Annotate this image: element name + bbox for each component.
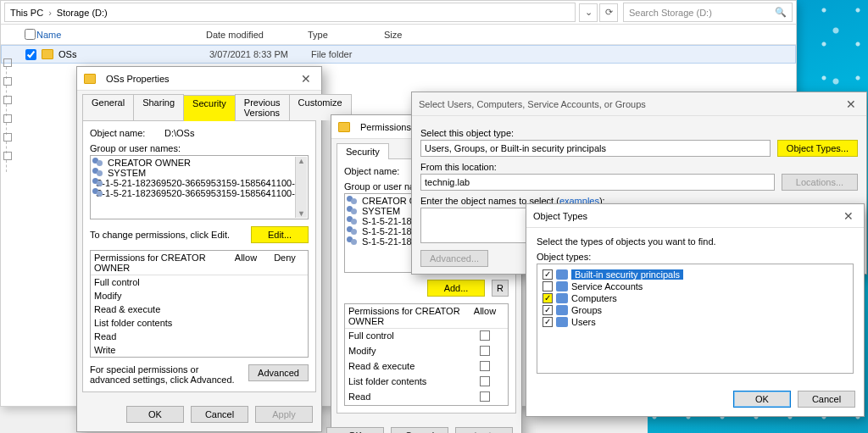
- list-item[interactable]: S-1-5-21-182369520-3665953159-1585641100…: [92, 178, 306, 188]
- object-types-titlebar[interactable]: Object Types ✕: [526, 204, 864, 228]
- object-types-tree[interactable]: ✓Built-in security principalsService Acc…: [537, 264, 854, 374]
- properties-titlebar[interactable]: OSs Properties ✕: [77, 67, 321, 91]
- history-dropdown[interactable]: ⌄: [579, 3, 598, 22]
- breadcrumb[interactable]: This PC › Storage (D:): [4, 3, 576, 22]
- col-size[interactable]: Size: [384, 30, 435, 40]
- object-name-label: Object name:: [344, 166, 412, 176]
- checkbox[interactable]: ✓: [542, 317, 553, 327]
- list-item[interactable]: CREATOR OWNER: [92, 158, 306, 168]
- ok-button[interactable]: OK: [126, 406, 184, 423]
- dialog-title: Object Types: [533, 211, 587, 221]
- permissions-table: Permissions for CREATOR OWNER Allow Full…: [344, 303, 509, 406]
- close-button[interactable]: ✕: [840, 209, 857, 223]
- object-types-dialog: Object Types ✕ Select the types of objec…: [526, 203, 865, 417]
- perm-for-label: Permissions for CREATOR OWNER: [94, 253, 226, 273]
- add-button[interactable]: Add...: [427, 280, 485, 297]
- scrollbar[interactable]: [295, 157, 307, 218]
- folder-icon: [42, 49, 53, 59]
- properties-dialog: OSs Properties ✕ General Sharing Securit…: [76, 66, 322, 432]
- object-types-button[interactable]: Object Types...: [777, 140, 858, 157]
- perm-row: Full control: [91, 275, 308, 289]
- users-icon: [347, 236, 359, 247]
- edit-button[interactable]: Edit...: [251, 226, 309, 243]
- object-type-field: Users, Groups, or Built-in security prin…: [420, 140, 771, 157]
- permissions-table: Permissions for CREATOR OWNER Allow Deny…: [90, 250, 309, 358]
- users-icon: [347, 226, 359, 236]
- col-type[interactable]: Type: [308, 30, 384, 40]
- cancel-button[interactable]: Cancel: [191, 406, 248, 423]
- col-name[interactable]: Name: [36, 30, 206, 40]
- tab-security[interactable]: Security: [337, 143, 389, 159]
- allow-checkbox[interactable]: [480, 361, 490, 371]
- cancel-button[interactable]: Cancel: [391, 427, 448, 433]
- object-type-item[interactable]: ✓Users: [542, 317, 848, 327]
- group-users-list[interactable]: CREATOR OWNER SYSTEM S-1-5-21-182369520-…: [90, 155, 309, 219]
- tab-sharing[interactable]: Sharing: [133, 94, 184, 120]
- breadcrumb-item[interactable]: Storage (D:): [57, 8, 108, 18]
- apply-button[interactable]: Apply: [455, 427, 513, 433]
- users-icon: [347, 216, 359, 226]
- object-type-icon: [556, 269, 568, 280]
- object-name-label: Object name:: [90, 128, 158, 138]
- close-button[interactable]: ✕: [843, 97, 860, 111]
- tab-previous-versions[interactable]: Previous Versions: [235, 94, 290, 120]
- breadcrumb-separator: ›: [48, 8, 52, 18]
- perm-row: List folder contents: [345, 375, 508, 390]
- checkbox[interactable]: ✓: [542, 269, 553, 280]
- ok-button[interactable]: OK: [326, 427, 384, 433]
- breadcrumb-item[interactable]: This PC: [10, 8, 43, 18]
- refresh-button[interactable]: ⟳: [599, 3, 618, 22]
- users-icon: [92, 158, 104, 168]
- object-type-item[interactable]: ✓Computers: [542, 293, 848, 303]
- list-item[interactable]: SYSTEM: [92, 168, 306, 178]
- checkbox[interactable]: ✓: [542, 305, 553, 315]
- allow-checkbox[interactable]: [480, 346, 490, 356]
- tab-security[interactable]: Security: [183, 95, 236, 121]
- file-name: OSs: [58, 49, 209, 59]
- search-input[interactable]: Search Storage (D:) 🔍: [623, 3, 793, 22]
- object-type-label: Users: [571, 317, 596, 327]
- object-type-item[interactable]: Service Accounts: [542, 281, 848, 291]
- tab-general[interactable]: General: [82, 94, 134, 120]
- select-users-titlebar[interactable]: Select Users, Computers, Service Account…: [412, 92, 866, 116]
- object-type-label: Select this object type:: [420, 128, 858, 138]
- perm-for-label: Permissions for CREATOR OWNER: [348, 306, 465, 326]
- object-type-icon: [556, 305, 568, 315]
- col-date[interactable]: Date modified: [206, 30, 308, 40]
- remove-button[interactable]: R: [492, 280, 509, 297]
- users-icon: [92, 168, 104, 178]
- folder-icon: [84, 74, 96, 84]
- advanced-button[interactable]: Advanced: [248, 364, 309, 381]
- file-row[interactable]: OSs 3/07/2021 8:33 PM File folder: [1, 45, 796, 64]
- location-field: technig.lab: [420, 174, 775, 191]
- object-type-label: Built-in security principals: [571, 269, 683, 280]
- row-checkbox[interactable]: [25, 49, 36, 60]
- file-type: File folder: [311, 49, 387, 59]
- select-all-checkbox[interactable]: [25, 29, 36, 40]
- users-icon: [347, 206, 359, 216]
- checkbox[interactable]: [542, 281, 553, 291]
- file-date: 3/07/2021 8:33 PM: [209, 49, 311, 59]
- list-item[interactable]: S-1-5-21-182369520-3665953159-1585641100…: [92, 188, 306, 198]
- perm-row: Full control: [345, 329, 508, 344]
- object-types-buttons: OK Cancel: [526, 382, 864, 416]
- checkbox[interactable]: ✓: [542, 293, 553, 303]
- allow-checkbox[interactable]: [480, 376, 490, 386]
- apply-button[interactable]: Apply: [255, 406, 313, 423]
- locations-button[interactable]: Locations...: [782, 174, 858, 191]
- object-type-label: Groups: [571, 305, 602, 315]
- advanced-button[interactable]: Advanced...: [420, 250, 488, 267]
- perm-row: Read: [91, 330, 308, 343]
- allow-header: Allow: [226, 253, 265, 273]
- properties-body: Object name: D:\OSs Group or user names:…: [82, 120, 316, 392]
- permissions-buttons: OK Cancel Apply: [331, 419, 521, 433]
- ok-button[interactable]: OK: [733, 391, 791, 408]
- allow-checkbox[interactable]: [480, 330, 490, 341]
- object-type-item[interactable]: ✓Groups: [542, 305, 848, 315]
- object-type-item[interactable]: ✓Built-in security principals: [542, 269, 848, 280]
- cancel-button[interactable]: Cancel: [798, 391, 855, 408]
- object-type-label: Service Accounts: [571, 281, 643, 291]
- close-button[interactable]: ✕: [298, 72, 314, 86]
- allow-checkbox[interactable]: [480, 391, 490, 402]
- address-bar: This PC › Storage (D:) ⌄ ⟳ Search Storag…: [1, 1, 796, 25]
